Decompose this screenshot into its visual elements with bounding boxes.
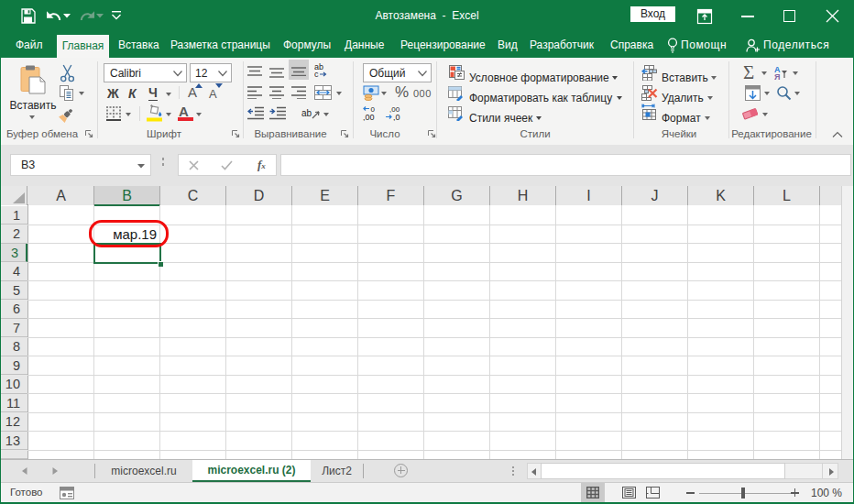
svg-text:c: c: [314, 70, 319, 78]
svg-text:Я: Я: [774, 72, 780, 81]
svg-text:,0: ,0: [393, 113, 400, 121]
svg-text:,00: ,00: [363, 113, 375, 121]
svg-text:ab: ab: [301, 108, 312, 118]
